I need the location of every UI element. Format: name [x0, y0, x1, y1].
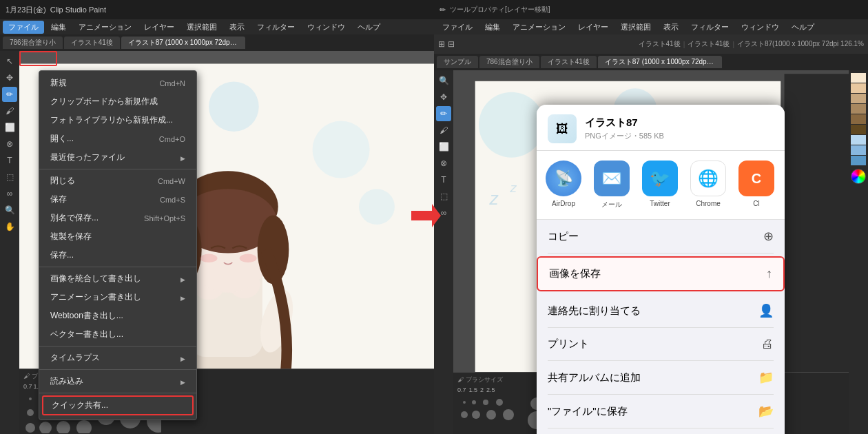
right-tab-2[interactable]: 786混合塗り小	[479, 56, 539, 68]
rs-brush[interactable]: 🖌	[436, 123, 451, 138]
dd-export-anim[interactable]: アニメーション書き出し	[39, 288, 196, 307]
action-copy[interactable]: コピー ⊕	[548, 220, 774, 254]
menu-animation[interactable]: アニメーション	[73, 21, 137, 34]
mail-icon: ✉️	[594, 161, 630, 196]
app-chrome[interactable]: 🌐 Chrome	[688, 161, 728, 209]
rs-eraser[interactable]: ⬜	[436, 139, 451, 154]
swatch-8[interactable]	[851, 145, 866, 155]
app-clip[interactable]: C Cl	[736, 161, 776, 209]
right-menu-file[interactable]: ファイル	[437, 21, 478, 34]
swatch-6[interactable]	[851, 125, 866, 134]
menu-help[interactable]: ヘルプ	[352, 21, 386, 34]
action-print[interactable]: プリント 🖨	[548, 328, 774, 361]
color-panel	[849, 70, 868, 434]
dd-save[interactable]: 保存 Cmd+S	[39, 190, 196, 209]
tool-pen[interactable]: ✏	[2, 87, 17, 102]
menu-filter[interactable]: フィルター	[251, 21, 300, 34]
action-copy-label: コピー	[548, 230, 579, 243]
right-tab-4[interactable]: イラスト87 (1000 x 1000px 72dpi 126.1%	[598, 56, 722, 68]
dd-close[interactable]: 閉じる Cmd+W	[39, 172, 196, 190]
tool-hand[interactable]: ✋	[2, 219, 17, 234]
right-menu-sel[interactable]: 選択範囲	[615, 21, 657, 34]
dd-new[interactable]: 新規 Cmd+N	[39, 74, 196, 92]
dd-quick-share[interactable]: クイック共有...	[42, 395, 194, 415]
rs-fill[interactable]: ⊗	[436, 156, 451, 171]
rs-text[interactable]: T	[436, 172, 451, 187]
dd-export-merged[interactable]: 画像を統合して書き出し	[39, 269, 196, 288]
dd-save-copy[interactable]: 複製を保存	[39, 227, 196, 246]
app-airdrop[interactable]: 📡 AirDrop	[544, 161, 583, 209]
dd-webtoon[interactable]: Webtoon書き出し...	[39, 307, 196, 325]
right-menu-anim[interactable]: アニメーション	[507, 21, 571, 34]
swatch-2[interactable]	[851, 83, 866, 93]
right-menu-window[interactable]: ウィンドウ	[736, 21, 785, 34]
swatch-4[interactable]	[851, 104, 866, 114]
chrome-icon: 🌐	[690, 161, 726, 196]
right-menu-edit[interactable]: 編集	[479, 21, 506, 34]
tool-zoom[interactable]: 🔍	[2, 203, 17, 218]
right-tab-3[interactable]: イラスト41後	[541, 56, 597, 68]
menu-window[interactable]: ウィンドウ	[302, 21, 351, 34]
dd-import[interactable]: 読み込み	[39, 372, 196, 391]
rs-select[interactable]: ⬚	[436, 189, 451, 204]
left-tab-bar: 786混合塗り小 イラスト41後 イラスト87 (1000 x 1000px 7…	[0, 34, 434, 51]
action-save-image[interactable]: 画像を保存 ↑	[537, 256, 785, 291]
app-mail[interactable]: ✉️ メール	[592, 161, 632, 209]
tab-2[interactable]: イラスト41後	[64, 37, 120, 49]
menu-view[interactable]: 表示	[224, 21, 250, 34]
svg-point-20	[240, 254, 257, 262]
dd-open[interactable]: 開く... Cmd+O	[39, 130, 196, 148]
action-assign-contact[interactable]: 連絡先に割り当てる 👤	[548, 294, 774, 328]
print-icon: 🖨	[761, 337, 774, 351]
svg-point-36	[25, 423, 35, 433]
right-menu-filter[interactable]: フィルター	[685, 21, 734, 34]
app-twitter[interactable]: 🐦 Twitter	[640, 161, 680, 209]
right-menu-help[interactable]: ヘルプ	[786, 21, 820, 34]
action-shared-album[interactable]: 共有アルバムに追加 📁	[548, 361, 774, 395]
right-menu-view[interactable]: 表示	[658, 21, 684, 34]
svg-point-19	[200, 254, 218, 262]
dd-new-photo[interactable]: フォトライブラリから新規作成...	[39, 111, 196, 130]
action-save-files[interactable]: "ファイル"に保存 📂	[548, 395, 774, 428]
left-titlebar: 1月23日(金) Clip Studio Paint	[0, 0, 434, 19]
color-wheel-area	[851, 169, 866, 210]
left-menubar: ファイル 編集 アニメーション レイヤー 選択範囲 表示 フィルター ウィンドウ…	[0, 19, 434, 34]
dd-save-as[interactable]: 別名で保存... Shift+Opt+S	[39, 209, 196, 227]
swatch-7[interactable]	[851, 135, 866, 145]
rt-sep2: |	[732, 41, 734, 48]
tool-cursor[interactable]: ↖	[2, 54, 17, 69]
airdrop-icon: 📡	[546, 161, 581, 196]
dd-new-clipboard[interactable]: クリップボードから新規作成	[39, 92, 196, 111]
svg-point-76	[503, 409, 514, 420]
menu-edit[interactable]: 編集	[45, 21, 72, 34]
tool-move[interactable]: ✥	[2, 70, 17, 85]
rs-pen[interactable]: ✏	[436, 106, 451, 121]
right-menu-layer[interactable]: レイヤー	[572, 21, 614, 34]
dd-save-dot[interactable]: 保存...	[39, 246, 196, 265]
swatch-3[interactable]	[851, 94, 866, 103]
dd-vector[interactable]: ベクター書き出し...	[39, 325, 196, 344]
tab-3[interactable]: イラスト87 (1000 x 1000px 72dpi 120	[121, 37, 245, 49]
action-dropbox[interactable]: Dropboxに保存 📦	[548, 428, 774, 434]
tab-1[interactable]: 786混合塗り小	[3, 37, 63, 49]
swatch-9[interactable]	[851, 156, 866, 165]
rs-move[interactable]: ✥	[436, 90, 451, 105]
menu-layer[interactable]: レイヤー	[138, 21, 180, 34]
menu-selection[interactable]: 選択範囲	[181, 21, 223, 34]
tool-brush[interactable]: 🖌	[2, 103, 17, 118]
right-tab-1[interactable]: サンプル	[437, 56, 478, 68]
color-wheel[interactable]	[851, 169, 866, 184]
svg-point-69	[463, 401, 466, 404]
rs-search[interactable]: 🔍	[436, 73, 451, 88]
tool-text[interactable]: T	[2, 153, 17, 168]
swatch-1[interactable]	[851, 73, 866, 83]
swatch-5[interactable]	[851, 114, 866, 124]
tool-eraser[interactable]: ⬜	[2, 120, 17, 135]
tool-fill[interactable]: ⊗	[2, 136, 17, 152]
tool-select[interactable]: ⬚	[2, 169, 17, 185]
rs-lasso[interactable]: ∞	[436, 205, 451, 220]
menu-file[interactable]: ファイル	[3, 21, 44, 34]
dd-recent[interactable]: 最近使ったファイル	[39, 148, 196, 167]
tool-lasso[interactable]: ∞	[2, 186, 17, 201]
dd-timelapse[interactable]: タイムラプス	[39, 349, 196, 367]
